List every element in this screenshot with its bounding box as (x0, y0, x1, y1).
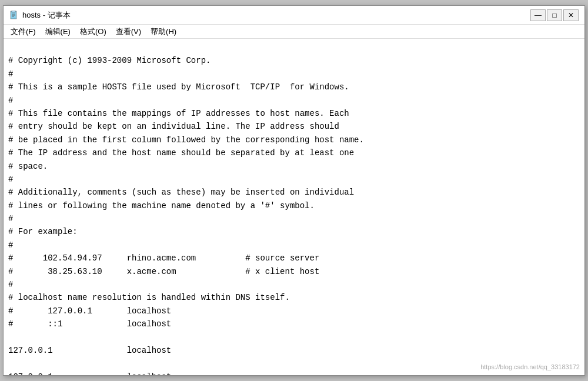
menu-view[interactable]: 查看(V) (111, 25, 146, 38)
menu-format[interactable]: 格式(O) (75, 25, 111, 38)
menu-edit[interactable]: 编辑(E) (41, 25, 75, 38)
text-editor[interactable]: # Copyright (c) 1993-2009 Microsoft Corp… (4, 39, 584, 375)
window-controls: — □ ✕ (530, 9, 579, 21)
notepad-icon (9, 11, 19, 20)
menu-bar: 文件(F) 编辑(E) 格式(O) 查看(V) 帮助(H) (4, 25, 584, 39)
window-title: hosts - 记事本 (22, 10, 71, 21)
menu-help[interactable]: 帮助(H) (146, 25, 181, 38)
notepad-window: hosts - 记事本 — □ ✕ 文件(F) 编辑(E) 格式(O) 查看(V… (3, 5, 585, 376)
watermark: https://blog.csdn.net/qq_33183172 (480, 363, 580, 370)
title-bar: hosts - 记事本 — □ ✕ (4, 6, 584, 25)
maximize-button[interactable]: □ (547, 9, 562, 21)
menu-file[interactable]: 文件(F) (6, 25, 41, 38)
title-bar-left: hosts - 记事本 (9, 10, 71, 21)
svg-rect-1 (12, 11, 15, 12)
file-content: # Copyright (c) 1993-2009 Microsoft Corp… (8, 41, 580, 375)
close-button[interactable]: ✕ (563, 9, 579, 21)
minimize-button[interactable]: — (530, 9, 546, 21)
